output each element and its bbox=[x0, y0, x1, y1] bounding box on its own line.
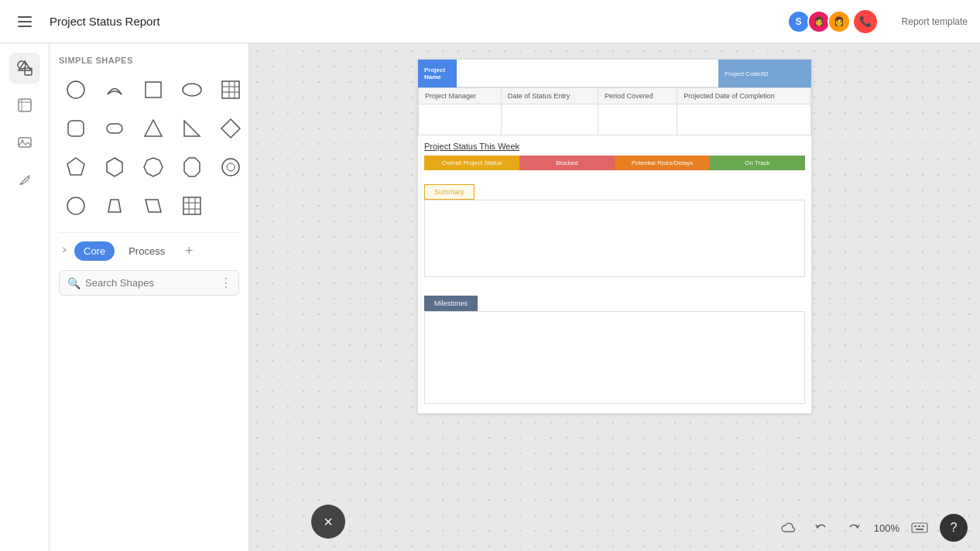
menu-button[interactable] bbox=[12, 9, 37, 34]
svg-marker-23 bbox=[221, 119, 240, 138]
undo-icon[interactable] bbox=[809, 515, 834, 540]
shapes-sidebar-button[interactable] bbox=[9, 53, 40, 84]
svg-rect-0 bbox=[18, 16, 32, 18]
tab-process[interactable]: Process bbox=[119, 241, 174, 261]
svg-rect-14 bbox=[222, 81, 239, 98]
doc-header-spacer bbox=[457, 60, 718, 87]
date-value bbox=[501, 104, 598, 135]
project-name-cell: Project Name bbox=[418, 60, 457, 87]
main-layout: SIMPLE SHAPES bbox=[0, 43, 980, 551]
status-row: Overall Project Status Blocked Potential… bbox=[424, 156, 805, 170]
simple-shapes-title: SIMPLE SHAPES bbox=[59, 56, 239, 65]
shape-ellipse[interactable] bbox=[175, 73, 209, 107]
svg-marker-32 bbox=[146, 200, 161, 212]
help-button[interactable]: ? bbox=[940, 514, 968, 542]
frame-sidebar-button[interactable] bbox=[9, 90, 40, 121]
milestones-section: Milestones bbox=[418, 289, 811, 413]
cloud-save-icon[interactable] bbox=[776, 515, 801, 540]
shape-right-triangle[interactable] bbox=[175, 111, 209, 145]
shape-square[interactable] bbox=[136, 73, 170, 107]
col-projected-date: Projected Date of Completion bbox=[677, 88, 811, 104]
shape-diamond[interactable] bbox=[214, 111, 248, 145]
tab-core[interactable]: Core bbox=[74, 241, 115, 261]
svg-point-30 bbox=[67, 197, 84, 214]
shape-heptagon[interactable] bbox=[136, 150, 170, 184]
shape-parallelogram[interactable] bbox=[136, 189, 170, 223]
shape-triangle[interactable] bbox=[136, 111, 170, 145]
search-icon: 🔍 bbox=[67, 277, 81, 289]
svg-rect-33 bbox=[183, 197, 200, 214]
svg-point-28 bbox=[222, 159, 239, 176]
document-title: Project Status Report bbox=[50, 15, 778, 28]
collaborators: S 👩 👩 📞 bbox=[790, 10, 877, 33]
image-sidebar-button[interactable] bbox=[9, 127, 40, 158]
svg-marker-21 bbox=[145, 120, 162, 136]
shape-grid[interactable] bbox=[175, 189, 209, 223]
status-blocked: Blocked bbox=[519, 156, 615, 170]
svg-point-13 bbox=[183, 84, 201, 96]
shape-circle2[interactable] bbox=[214, 150, 248, 184]
svg-rect-40 bbox=[918, 525, 920, 527]
shape-rounded-rect[interactable] bbox=[59, 111, 93, 145]
shape-circle[interactable] bbox=[59, 73, 93, 107]
status-overall: Overall Project Status bbox=[424, 156, 519, 170]
shape-trapezoid[interactable] bbox=[98, 189, 132, 223]
svg-rect-12 bbox=[146, 82, 161, 98]
svg-point-29 bbox=[227, 163, 235, 171]
redo-icon[interactable] bbox=[841, 515, 866, 540]
milestones-box bbox=[424, 311, 805, 404]
svg-rect-39 bbox=[914, 525, 917, 527]
svg-marker-27 bbox=[184, 158, 200, 176]
project-name-label2: Name bbox=[424, 74, 451, 80]
project-name-label: Project bbox=[424, 67, 451, 74]
svg-rect-2 bbox=[18, 26, 32, 27]
keyboard-shortcuts-icon[interactable] bbox=[907, 515, 932, 540]
svg-marker-25 bbox=[107, 158, 122, 176]
period-value bbox=[598, 104, 677, 135]
shapes-panel: SIMPLE SHAPES bbox=[50, 43, 249, 551]
bottom-bar: 100% ? bbox=[776, 514, 968, 542]
info-table: Project Manager Date of Status Entry Per… bbox=[418, 87, 811, 135]
tab-add-button[interactable]: + bbox=[179, 241, 199, 261]
shapes-search-bar[interactable]: 🔍 ⋮ bbox=[59, 270, 239, 296]
document-container: Project Name Project Code/ID Project Man… bbox=[417, 59, 812, 414]
call-button[interactable]: 📞 bbox=[854, 10, 877, 33]
summary-box bbox=[424, 200, 805, 277]
project-code-cell: Project Code/ID bbox=[718, 60, 811, 87]
svg-marker-22 bbox=[184, 121, 200, 136]
info-table-row bbox=[419, 104, 811, 135]
doc-header-row: Project Name Project Code/ID bbox=[418, 60, 811, 87]
close-fab-button[interactable]: × bbox=[311, 505, 345, 539]
svg-rect-20 bbox=[107, 124, 122, 133]
svg-rect-19 bbox=[68, 121, 84, 136]
svg-marker-31 bbox=[108, 200, 121, 212]
avatar-2: 👩 bbox=[828, 10, 851, 33]
app-header: Project Status Report S 👩 👩 📞 Report tem… bbox=[0, 0, 980, 43]
shape-circle3[interactable] bbox=[59, 189, 93, 223]
svg-rect-1 bbox=[18, 21, 32, 22]
shape-pentagon[interactable] bbox=[59, 150, 93, 184]
svg-rect-6 bbox=[19, 99, 31, 111]
shape-rounded-pill[interactable] bbox=[98, 111, 132, 145]
status-ontrack: On Track bbox=[710, 156, 805, 170]
shapes-grid bbox=[59, 73, 239, 223]
shape-octagon[interactable] bbox=[175, 150, 209, 184]
shape-library-tabs: Core Process + bbox=[59, 232, 239, 261]
shape-table[interactable] bbox=[214, 73, 248, 107]
tab-arrow-icon[interactable] bbox=[59, 245, 70, 258]
svg-rect-41 bbox=[922, 525, 924, 527]
milestones-tab: Milestones bbox=[424, 296, 478, 311]
search-shapes-input[interactable] bbox=[85, 277, 215, 289]
canvas-area[interactable]: Project Name Project Code/ID Project Man… bbox=[249, 43, 980, 551]
svg-point-11 bbox=[67, 81, 84, 98]
svg-marker-26 bbox=[144, 158, 163, 176]
search-more-icon[interactable]: ⋮ bbox=[220, 276, 232, 290]
svg-rect-42 bbox=[916, 529, 923, 530]
col-period-covered: Period Covered bbox=[598, 88, 677, 104]
shape-hexagon[interactable] bbox=[98, 150, 132, 184]
report-template-label: Report template bbox=[902, 16, 968, 27]
draw-sidebar-button[interactable] bbox=[9, 164, 40, 195]
col-date-status: Date of Status Entry bbox=[501, 88, 598, 104]
shape-arc[interactable] bbox=[98, 73, 132, 107]
col-project-manager: Project Manager bbox=[419, 88, 502, 104]
